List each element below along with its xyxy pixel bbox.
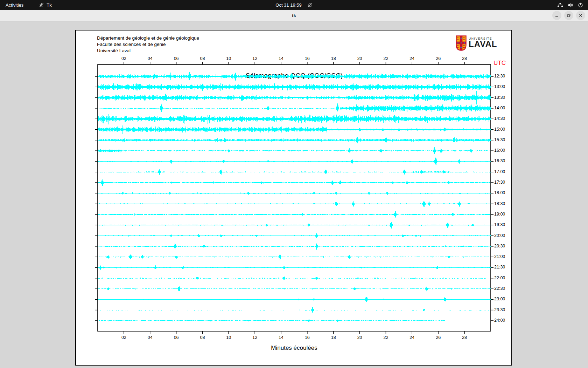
utc-time-label: 19:30 <box>494 222 505 227</box>
app-menu-label: Tk <box>47 2 51 8</box>
x-tick-label-top: 12 <box>252 56 257 61</box>
seismogram-trace-12:30 <box>98 72 490 82</box>
seismogram-trace-18:30 <box>98 199 490 209</box>
seismogram-trace-21:30 <box>98 265 490 270</box>
x-tick-label-bottom: 24 <box>410 335 414 340</box>
seismogram-trace-13:00 <box>98 82 490 91</box>
x-tick-label-top: 04 <box>148 56 153 61</box>
seismogram-trace-18:00 <box>98 192 490 195</box>
seismogram-trace-22:00 <box>98 276 490 280</box>
utc-time-label: 23:00 <box>494 297 505 301</box>
x-tick-label-bottom: 26 <box>436 335 441 340</box>
volume-icon[interactable] <box>568 2 573 8</box>
seismogram-trace-13:30 <box>98 91 490 105</box>
bell-slash-icon <box>307 2 313 8</box>
x-tick-label-bottom: 28 <box>462 335 467 340</box>
utc-time-label: 15:30 <box>494 137 505 142</box>
seismogram-trace-19:00 <box>98 211 490 218</box>
x-tick-label-bottom: 08 <box>200 335 205 340</box>
utc-time-label: 13:00 <box>494 84 505 89</box>
utc-time-label: 13:30 <box>494 95 505 100</box>
x-tick-label-top: 14 <box>279 56 284 61</box>
seismogram-trace-23:00 <box>98 297 490 302</box>
seismogram-trace-14:30 <box>98 113 490 127</box>
x-tick-label-top: 08 <box>200 56 205 61</box>
x-tick-label-top: 26 <box>436 56 441 61</box>
seismogram-trace-15:30 <box>98 137 490 144</box>
seismogram-trace-16:00 <box>98 147 490 154</box>
seismogram-trace-24:00 <box>98 319 444 322</box>
seismogram-trace-20:30 <box>98 243 490 250</box>
maximize-button[interactable] <box>564 11 573 20</box>
minimize-button[interactable] <box>552 11 561 20</box>
utc-time-label: 12:30 <box>494 74 505 79</box>
utc-time-label: 18:30 <box>494 201 505 206</box>
x-tick-label-bottom: 18 <box>331 335 336 340</box>
x-tick-label-bottom: 22 <box>384 335 388 340</box>
utc-time-label: 14:00 <box>494 105 505 110</box>
app-menu-button[interactable]: Tk <box>39 0 51 10</box>
x-tick-label-bottom: 06 <box>174 335 179 340</box>
seismogram-trace-16:30 <box>98 157 490 166</box>
utc-time-label: 22:30 <box>494 286 505 291</box>
utc-time-label: 20:30 <box>494 244 505 248</box>
seismogram-trace-21:00 <box>98 254 490 261</box>
utc-time-label: 21:00 <box>494 254 505 259</box>
tk-feather-icon <box>39 2 44 8</box>
activities-button[interactable]: Activities <box>6 0 23 10</box>
seismogram-trace-17:30 <box>98 179 490 186</box>
x-axis-label: Minutes écoulées <box>98 345 491 352</box>
network-icon[interactable] <box>557 2 563 8</box>
x-tick-label-bottom: 16 <box>305 335 310 340</box>
clock-area: Oct 31 19:59 <box>0 0 588 10</box>
utc-time-label: 17:00 <box>494 169 505 174</box>
seismogram-trace-17:00 <box>98 169 490 175</box>
seismogram-trace-22:30 <box>98 286 490 292</box>
utc-time-label: 23:30 <box>494 307 505 312</box>
utc-time-label: 16:30 <box>494 158 505 163</box>
power-icon[interactable] <box>578 2 583 8</box>
utc-time-label: 19:00 <box>494 212 505 217</box>
utc-time-label: 24:00 <box>494 318 505 323</box>
x-tick-label-top: 28 <box>462 56 467 61</box>
x-tick-label-bottom: 10 <box>226 335 231 340</box>
x-tick-label-top: 02 <box>121 56 126 61</box>
utc-time-label: 21:30 <box>494 265 505 270</box>
x-tick-label-top: 22 <box>384 56 388 61</box>
utc-time-label: 16:00 <box>494 148 505 153</box>
seismogram-trace-23:30 <box>98 307 490 313</box>
x-tick-label-bottom: 04 <box>148 335 153 340</box>
x-tick-label-top: 18 <box>331 56 336 61</box>
gnome-top-bar: Activities Tk Oct 31 19:59 <box>0 0 588 10</box>
seismograph-canvas: Département de géologie et de génie géol… <box>75 30 512 366</box>
x-tick-label-top: 16 <box>305 56 310 61</box>
activities-label: Activities <box>6 2 23 8</box>
utc-time-label: 17:30 <box>494 180 505 185</box>
seismogram-trace-15:00 <box>98 125 490 134</box>
close-button[interactable] <box>576 11 585 20</box>
seismogram-trace-20:00 <box>98 233 490 238</box>
utc-time-label: 18:00 <box>494 190 505 195</box>
x-tick-label-top: 10 <box>226 56 231 61</box>
utc-time-label: 22:00 <box>494 275 505 280</box>
x-tick-label-top: 06 <box>174 56 179 61</box>
clock-label[interactable]: Oct 31 19:59 <box>275 2 301 8</box>
x-tick-label-top: 24 <box>410 56 414 61</box>
seismogram-plot <box>76 30 513 366</box>
window-title-bar[interactable]: tk <box>0 10 588 21</box>
x-tick-label-top: 20 <box>357 56 362 61</box>
seismogram-trace-14:00 <box>98 103 490 112</box>
x-tick-label-bottom: 14 <box>279 335 284 340</box>
x-tick-label-bottom: 20 <box>357 335 362 340</box>
window-title: tk <box>292 13 296 18</box>
utc-time-label: 14:30 <box>494 116 505 121</box>
utc-time-label: 15:00 <box>494 127 505 132</box>
seismogram-trace-19:30 <box>98 222 490 228</box>
utc-time-label: 20:00 <box>494 233 505 238</box>
x-tick-label-bottom: 02 <box>121 335 126 340</box>
x-tick-label-bottom: 12 <box>252 335 257 340</box>
